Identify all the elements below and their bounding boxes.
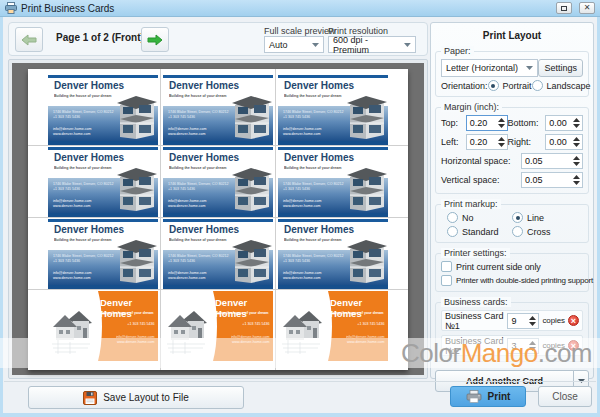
orientation-landscape-radio[interactable]: Landscape: [532, 80, 591, 91]
radio-icon: [512, 212, 523, 223]
double-sided-checkbox[interactable]: Printer with double-sided printing suppo…: [441, 275, 593, 286]
spinner-arrows-icon[interactable]: [571, 137, 582, 147]
close-icon: ✕: [584, 4, 591, 12]
window-border-bottom: [0, 413, 600, 417]
business-card-blue: Denver Homes Building the house of your …: [48, 147, 158, 217]
margin-right-spinner[interactable]: 0.00: [545, 134, 583, 150]
card-top-bar: [163, 147, 273, 150]
card-tagline: Building the house of your dream: [48, 311, 154, 321]
delete-card1-button[interactable]: ×: [568, 315, 579, 326]
card-bottom-bar: [278, 285, 388, 289]
title-bar: Print Business Cards ✕: [0, 0, 600, 17]
markup-line-label: Line: [527, 213, 544, 223]
card-top-bar: [163, 75, 273, 78]
card-tagline: Building the house of your dream: [54, 166, 111, 171]
orientation-label: Orientation:: [441, 81, 488, 91]
card-bottom-bar: [48, 141, 158, 145]
window-maximize-button[interactable]: [556, 2, 572, 14]
print-markup-group: Print markup: No Line Standard Cross: [435, 204, 589, 243]
delete-icon: ×: [571, 317, 576, 325]
card-top-bar: [278, 75, 388, 78]
markup-line-radio[interactable]: Line: [512, 212, 583, 223]
orientation-portrait-radio[interactable]: Portrait: [488, 80, 532, 91]
watermark-com: .com: [538, 338, 592, 369]
card-bottom-bar: [278, 213, 388, 217]
spinner-arrows-icon[interactable]: [496, 118, 507, 128]
previous-page-button[interactable]: [15, 27, 43, 52]
card-bottom-bar: [48, 213, 158, 217]
card-bottom-bar: [163, 285, 273, 289]
margin-bottom-spinner[interactable]: 0.00: [545, 115, 583, 131]
card-top-bar: [278, 219, 388, 222]
vertical-space-spinner[interactable]: 0.05: [521, 172, 583, 188]
print-button-label: Print: [488, 391, 511, 402]
vertical-space-value: 0.05: [522, 175, 571, 185]
margin-top-label: Top:: [441, 118, 466, 128]
markup-cross-radio[interactable]: Cross: [512, 226, 583, 237]
radio-icon: [488, 80, 499, 91]
card-bottom-bar: [278, 141, 388, 145]
card-top-bar: [48, 219, 158, 222]
dropdown-arrow-icon: [526, 66, 533, 70]
margin-left-label: Left:: [441, 137, 466, 147]
card1-copies-value: 9: [508, 316, 527, 326]
watermark-mango: Mango: [461, 338, 538, 369]
landscape-label: Landscape: [547, 81, 591, 91]
card1-copies-unit: copies: [542, 316, 565, 325]
printer-settings-label: Printer settings:: [441, 248, 510, 258]
radio-icon: [532, 80, 543, 91]
business-card-blue: Denver Homes Building the house of your …: [48, 75, 158, 145]
spinner-arrows-icon[interactable]: [571, 118, 582, 128]
card-tagline: Building the house of your dream: [284, 166, 341, 171]
horizontal-space-spinner[interactable]: 0.05: [521, 153, 583, 169]
spinner-arrows-icon[interactable]: [496, 137, 507, 147]
print-current-side-checkbox[interactable]: Print current side only: [441, 261, 541, 272]
print-resolution-select[interactable]: 600 dpi - Premium: [328, 36, 416, 53]
business-card-blue: Denver Homes Building the house of your …: [163, 147, 273, 217]
business-card-blue: Denver Homes Building the house of your …: [48, 219, 158, 289]
print-markup-label: Print markup:: [441, 199, 501, 209]
next-page-button[interactable]: [141, 27, 169, 52]
floppy-disk-icon: [83, 391, 97, 405]
paper-size-value: Letter (Horizontal): [446, 63, 518, 73]
checkbox-icon: [441, 275, 452, 286]
print-business-cards-dialog: Print Business Cards ✕ Page 1 of 2 (Fron…: [0, 0, 600, 417]
card-tagline: Building the house of your dream: [284, 94, 341, 99]
card1-name: Business Card №1: [445, 311, 504, 331]
card-bottom-bar: [48, 285, 158, 289]
markup-cross-label: Cross: [527, 227, 551, 237]
portrait-label: Portrait: [503, 81, 532, 91]
paper-size-select[interactable]: Letter (Horizontal): [441, 59, 538, 77]
full-scale-preview-select[interactable]: Auto: [264, 36, 324, 53]
close-button[interactable]: Close: [538, 386, 592, 407]
window-close-button[interactable]: ✕: [579, 2, 595, 14]
paper-settings-button[interactable]: Settings: [538, 59, 583, 77]
spinner-arrows-icon[interactable]: [571, 156, 582, 166]
card-top-bar: [278, 147, 388, 150]
markup-no-radio[interactable]: No: [441, 212, 512, 223]
preview-page: Denver Homes Building the house of your …: [28, 69, 408, 370]
card-tagline: Building the house of your dream: [169, 238, 226, 243]
markup-standard-radio[interactable]: Standard: [441, 226, 512, 237]
margin-top-spinner[interactable]: 0.20: [466, 115, 508, 131]
print-button[interactable]: Print: [450, 386, 526, 407]
colormango-watermark: ColorMango.com: [0, 338, 600, 368]
margin-left-spinner[interactable]: 0.20: [466, 134, 508, 150]
margin-bottom-label: Bottom:: [508, 118, 546, 128]
print-current-side-label: Print current side only: [456, 262, 541, 272]
business-card-blue: Denver Homes Building the house of your …: [163, 75, 273, 145]
vertical-space-label: Vertical space:: [441, 175, 521, 185]
card1-copies-spinner[interactable]: 9: [507, 313, 539, 329]
card-top-bar: [163, 219, 273, 222]
card-title: Denver Homes: [284, 80, 354, 91]
margin-left-value: 0.20: [467, 137, 496, 147]
dropdown-arrow-icon: [312, 43, 319, 47]
spinner-arrows-icon[interactable]: [571, 175, 582, 185]
print-resolution-value: 600 dpi - Premium: [333, 35, 404, 55]
card-tagline: Building the house of your dream: [54, 94, 111, 99]
save-layout-button[interactable]: Save Layout to File: [28, 386, 244, 409]
spinner-arrows-icon[interactable]: [527, 316, 538, 326]
card-tagline: Building the house of your dream: [163, 311, 269, 321]
full-scale-preview-label: Full scale preview: [264, 26, 336, 36]
printer-settings-group: Printer settings: Print current side onl…: [435, 253, 589, 292]
